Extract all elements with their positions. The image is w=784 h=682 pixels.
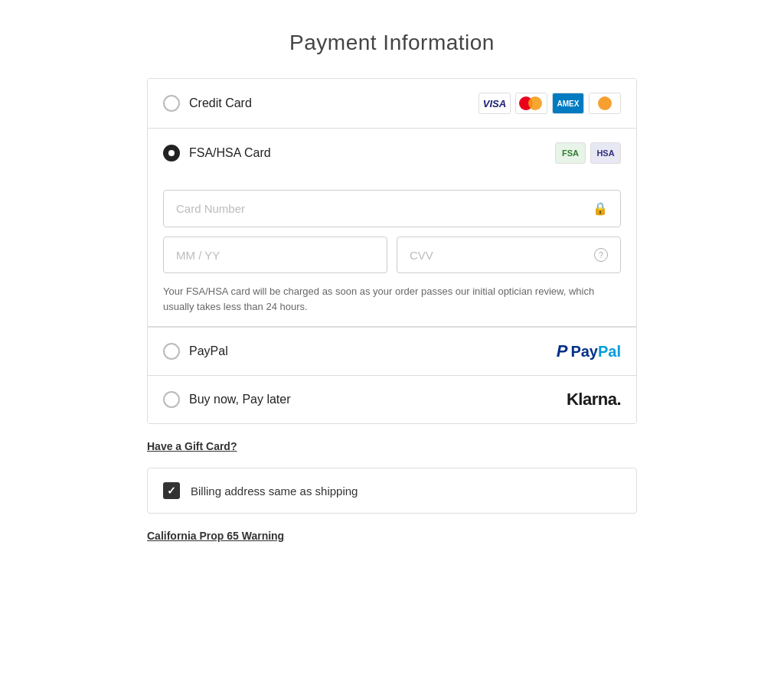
bnpl-label: Buy now, Pay later (189, 393, 291, 406)
paypal-option[interactable]: PayPal P PayPal (148, 328, 636, 376)
paypal-radio[interactable] (163, 343, 180, 360)
paypal-left: PayPal (163, 343, 228, 360)
bnpl-radio[interactable] (163, 391, 180, 408)
fsa-logo: FSA (555, 142, 586, 164)
klarna-logo: Klarna. (567, 390, 621, 410)
visa-logo: VISA (479, 93, 511, 114)
payment-options-box: Credit Card VISA AMEX FSA/HS (147, 78, 637, 424)
discover-logo (589, 93, 621, 114)
credit-card-radio[interactable] (163, 95, 180, 112)
fsa-hsa-left: FSA/HSA Card (163, 145, 271, 162)
bnpl-option[interactable]: Buy now, Pay later Klarna. (148, 376, 636, 423)
ca-warning-link[interactable]: California Prop 65 Warning (147, 530, 284, 542)
credit-card-label: Credit Card (189, 96, 252, 110)
page-title: Payment Information (147, 31, 637, 55)
cvv-placeholder: CVV (410, 249, 433, 262)
billing-checkbox-box: Billing address same as shipping (147, 468, 637, 514)
expiry-placeholder: MM / YY (176, 249, 220, 262)
credit-card-option[interactable]: Credit Card VISA AMEX (148, 79, 636, 129)
cvv-field[interactable]: CVV ? (397, 237, 621, 273)
fsa-hsa-label: FSA/HSA Card (189, 146, 271, 160)
cvv-help-icon[interactable]: ? (594, 248, 608, 262)
paypal-p-icon: P (557, 341, 568, 361)
card-number-field[interactable]: Card Number 🔒 (163, 190, 621, 227)
paypal-text: PayPal (570, 343, 621, 361)
fsa-hsa-logos: FSA HSA (555, 142, 621, 164)
gift-card-link[interactable]: Have a Gift Card? (147, 440, 237, 452)
card-number-placeholder: Card Number (176, 202, 245, 215)
expiry-cvv-row: MM / YY CVV ? (163, 237, 621, 273)
fsa-form: Card Number 🔒 MM / YY CVV ? Your FSA/HSA… (148, 178, 636, 327)
amex-logo: AMEX (552, 93, 584, 114)
lock-icon: 🔒 (593, 201, 608, 216)
payment-container: Payment Information Credit Card VISA AME… (147, 31, 637, 543)
paypal-logo: P PayPal (557, 341, 621, 361)
billing-label: Billing address same as shipping (191, 485, 358, 498)
fsa-notice-text: Your FSA/HSA card will be charged as soo… (163, 284, 621, 314)
fsa-hsa-option[interactable]: FSA/HSA Card FSA HSA (148, 129, 636, 178)
expiry-field[interactable]: MM / YY (163, 237, 387, 273)
paypal-label: PayPal (189, 344, 228, 358)
mastercard-logo (515, 93, 547, 114)
card-number-row: Card Number 🔒 (163, 190, 621, 227)
billing-checkbox[interactable] (163, 482, 180, 499)
hsa-logo: HSA (590, 142, 621, 164)
bnpl-left: Buy now, Pay later (163, 391, 291, 408)
credit-card-logos: VISA AMEX (479, 93, 621, 114)
credit-card-left: Credit Card (163, 95, 252, 112)
fsa-hsa-radio[interactable] (163, 145, 180, 162)
